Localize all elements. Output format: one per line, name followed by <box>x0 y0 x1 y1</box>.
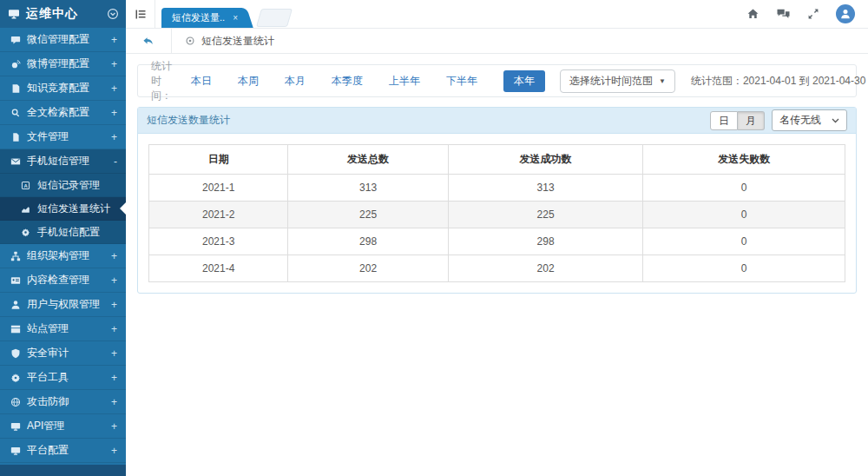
expand-indicator: + <box>111 445 117 457</box>
sidebar-item-label: 短信记录管理 <box>37 178 100 193</box>
expand-indicator: + <box>111 396 117 408</box>
sidebar-item-label: 全文检索配置 <box>27 105 105 120</box>
table-cell: 0 <box>643 175 845 202</box>
view-toggle-day[interactable]: 日 <box>710 111 738 130</box>
sidebar: 运维中心 微信管理配置+微博管理配置+知识竞赛配置+全文检索配置+文件管理+手机… <box>0 0 126 476</box>
sidebar-toggle-icon[interactable] <box>126 0 155 28</box>
sidebar-item-label: 安全审计 <box>27 346 105 360</box>
table-cell: 0 <box>643 202 845 228</box>
sidebar-item-label: 内容检查管理 <box>27 273 105 288</box>
sidebar-item-label: 站点管理 <box>27 321 105 336</box>
table-row: 2021-32982980 <box>149 228 845 255</box>
panel-body: 日期发送总数发送成功数发送失败数2021-131331302021-222522… <box>138 134 856 293</box>
stats-table: 日期发送总数发送成功数发送失败数2021-131331302021-222522… <box>148 144 845 282</box>
table-cell: 2021-4 <box>149 255 288 282</box>
sidebar-item-sms-management[interactable]: 手机短信管理- <box>0 149 126 174</box>
sidebar-item-platform-config[interactable]: 平台配置+ <box>0 439 126 463</box>
sidebar-item-content-check[interactable]: 内容检查管理+ <box>0 268 126 293</box>
comments-icon[interactable] <box>776 8 791 20</box>
window-icon <box>10 323 21 334</box>
table-cell: 2021-3 <box>149 228 288 255</box>
sidebar-item-label: 微信管理配置 <box>27 32 105 47</box>
sidebar-item-label: 文件管理 <box>27 129 105 144</box>
weibo-icon <box>10 58 21 69</box>
filter-range-this-week[interactable]: 本周 <box>238 74 259 89</box>
app-header: 运维中心 <box>0 0 126 28</box>
monitor-icon <box>10 420 21 432</box>
expand-indicator: + <box>111 323 117 335</box>
topbar-icons <box>733 0 868 28</box>
page-title: 短信发送量统计 <box>201 34 274 49</box>
envelope-icon <box>10 155 21 167</box>
chart-icon <box>21 203 31 214</box>
sidebar-item-api-management[interactable]: API管理+ <box>0 414 126 439</box>
home-icon[interactable] <box>746 8 760 20</box>
panel-controls: 日月 名传无线 <box>710 109 847 131</box>
table-cell: 298 <box>288 228 448 255</box>
table-cell: 313 <box>448 175 643 202</box>
sidebar-item-site-management[interactable]: 站点管理+ <box>0 317 126 341</box>
user-avatar[interactable] <box>836 4 855 23</box>
sidebar-item-sms-volume-stats[interactable]: 短信发送量统计 <box>0 197 126 221</box>
app-title: 运维中心 <box>26 6 102 22</box>
fullscreen-icon[interactable] <box>807 8 819 20</box>
sidebar-item-label: 平台工具 <box>27 370 105 385</box>
sidebar-item-user-permission[interactable]: 用户与权限管理+ <box>0 293 126 317</box>
sidebar-item-file-management[interactable]: 文件管理+ <box>0 125 126 149</box>
expand-indicator: + <box>111 299 117 311</box>
channel-select[interactable]: 名传无线 <box>772 109 847 131</box>
view-toggle-month[interactable]: 月 <box>738 111 765 130</box>
breadcrumb: 短信发送量统计 <box>172 29 274 53</box>
svg-text:A: A <box>23 182 28 188</box>
search-icon <box>10 107 21 118</box>
day-month-toggle: 日月 <box>710 111 765 130</box>
sidebar-item-label: 攻击防御 <box>27 394 105 409</box>
filter-range-second-half[interactable]: 下半年 <box>446 74 477 89</box>
app-root: 运维中心 微信管理配置+微博管理配置+知识竞赛配置+全文检索配置+文件管理+手机… <box>0 0 868 476</box>
caret-down-icon: ▼ <box>659 77 666 85</box>
tab-sms-volume-stats[interactable]: 短信发送量.. × <box>161 8 243 28</box>
gear-icon <box>21 227 31 237</box>
panel-header: 短信发送数量统计 日月 名传无线 <box>138 108 856 134</box>
expand-indicator: + <box>111 107 117 119</box>
sidebar-item-attack-defense[interactable]: 攻击防御+ <box>0 390 126 414</box>
sidebar-item-label: 组织架构管理 <box>27 248 105 263</box>
sidebar-item-wechat-config[interactable]: 微信管理配置+ <box>0 28 126 52</box>
sidebar-menu: 微信管理配置+微博管理配置+知识竞赛配置+全文检索配置+文件管理+手机短信管理-… <box>0 28 126 463</box>
sidebar-item-label: 短信发送量统计 <box>37 202 110 216</box>
filter-range-today[interactable]: 本日 <box>191 74 212 89</box>
chevron-circle-icon[interactable] <box>107 8 119 20</box>
monitor-icon <box>7 8 21 20</box>
table-cell: 202 <box>288 255 448 282</box>
range-picker-button[interactable]: 选择统计时间范围 ▼ <box>560 69 675 93</box>
shield-icon <box>10 347 21 359</box>
sidebar-item-label: 用户与权限管理 <box>27 297 105 312</box>
table-header-cell: 发送成功数 <box>448 145 643 175</box>
filter-range-this-year[interactable]: 本年 <box>503 70 545 92</box>
sidebar-item-sms-config[interactable]: 手机短信配置 <box>0 221 126 244</box>
table-row: 2021-22252250 <box>149 202 845 228</box>
breadcrumb-bar: 短信发送量统计 <box>126 29 868 54</box>
table-cell: 202 <box>448 255 643 282</box>
channel-select-value: 名传无线 <box>779 113 821 128</box>
panel-title: 短信发送数量统计 <box>147 113 710 128</box>
sidebar-item-platform-tools[interactable]: 平台工具+ <box>0 366 126 390</box>
file-icon <box>10 131 21 142</box>
sidebar-item-fulltext-search[interactable]: 全文检索配置+ <box>0 101 126 125</box>
filter-label: 统计时间： <box>151 59 172 103</box>
filter-range-this-quarter[interactable]: 本季度 <box>332 74 363 89</box>
sidebar-item-org-structure[interactable]: 组织架构管理+ <box>0 244 126 268</box>
table-cell: 2021-1 <box>149 175 288 202</box>
sidebar-item-weibo-config[interactable]: 微博管理配置+ <box>0 52 126 76</box>
sidebar-item-security-audit[interactable]: 安全审计+ <box>0 341 126 366</box>
sidebar-item-quiz-config[interactable]: 知识竞赛配置+ <box>0 76 126 101</box>
sidebar-item-sms-record-management[interactable]: A短信记录管理 <box>0 174 126 197</box>
filter-range-this-month[interactable]: 本月 <box>285 74 306 89</box>
back-button[interactable] <box>126 29 172 53</box>
tab-close-icon[interactable]: × <box>233 13 238 23</box>
expand-indicator: - <box>114 155 117 168</box>
inactive-tab-ghost <box>256 9 293 27</box>
expand-indicator: + <box>111 83 117 95</box>
filter-range-first-half[interactable]: 上半年 <box>389 74 420 89</box>
submenu-sms-management: A短信记录管理短信发送量统计手机短信配置 <box>0 174 126 244</box>
